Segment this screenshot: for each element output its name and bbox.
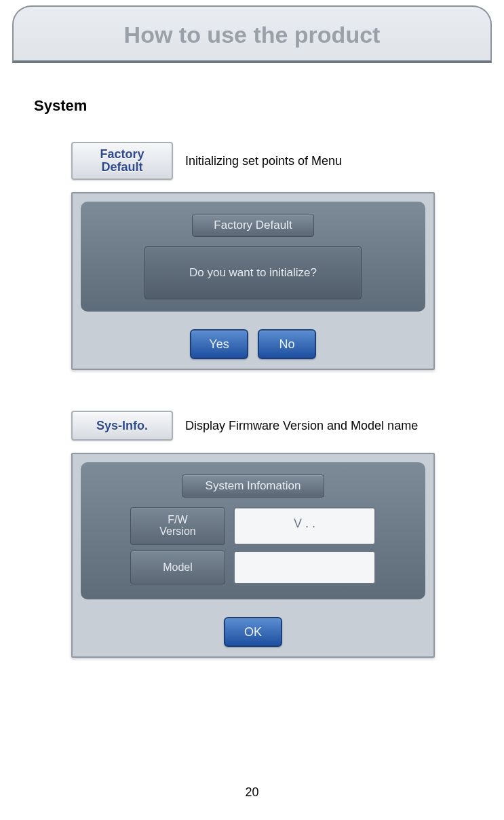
model-label: Model: [130, 551, 225, 585]
factory-default-dialog-title: Factory Default: [192, 214, 314, 237]
item-row-sys-info: Sys-Info. Display Firmware Version and M…: [71, 411, 504, 441]
fw-version-label: F/W Version: [130, 507, 225, 545]
factory-default-description: Initializing set points of Menu: [185, 154, 342, 168]
factory-default-button-label: Factory Default: [100, 148, 144, 174]
sys-info-grid: F/W Version V . . Model: [100, 507, 406, 584]
factory-default-dialog-message: Do you want to initialize?: [144, 246, 362, 299]
sys-info-panel: System Infomation F/W Version V . . Mode…: [71, 453, 435, 658]
page-title: How to use the product: [14, 22, 490, 48]
sys-info-button[interactable]: Sys-Info.: [71, 411, 173, 441]
item-row-factory-default: Factory Default Initializing set points …: [71, 142, 504, 180]
model-value: [233, 551, 376, 585]
factory-default-dialog-inner: Factory Default Do you want to initializ…: [81, 202, 425, 312]
ok-button[interactable]: OK: [224, 617, 282, 647]
yes-button[interactable]: Yes: [190, 329, 248, 359]
page-header-banner: How to use the product: [12, 5, 492, 63]
info-row-model: Model: [130, 551, 376, 585]
info-row-fw-version: F/W Version V . .: [130, 507, 376, 545]
sys-info-panel-inner: System Infomation F/W Version V . . Mode…: [81, 462, 425, 599]
sys-info-button-label: Sys-Info.: [96, 420, 148, 432]
factory-default-dialog-panel: Factory Default Do you want to initializ…: [71, 192, 435, 370]
sys-info-panel-title: System Infomation: [182, 474, 324, 498]
no-button[interactable]: No: [258, 329, 316, 359]
section-heading: System: [34, 97, 504, 115]
factory-default-button-row: Yes No: [73, 320, 433, 369]
fw-version-value: V . .: [233, 507, 376, 545]
page-number: 20: [0, 785, 504, 800]
sys-info-ok-row: OK: [73, 608, 433, 656]
sys-info-description: Display Firmware Version and Model name: [185, 419, 418, 433]
factory-default-button[interactable]: Factory Default: [71, 142, 173, 180]
